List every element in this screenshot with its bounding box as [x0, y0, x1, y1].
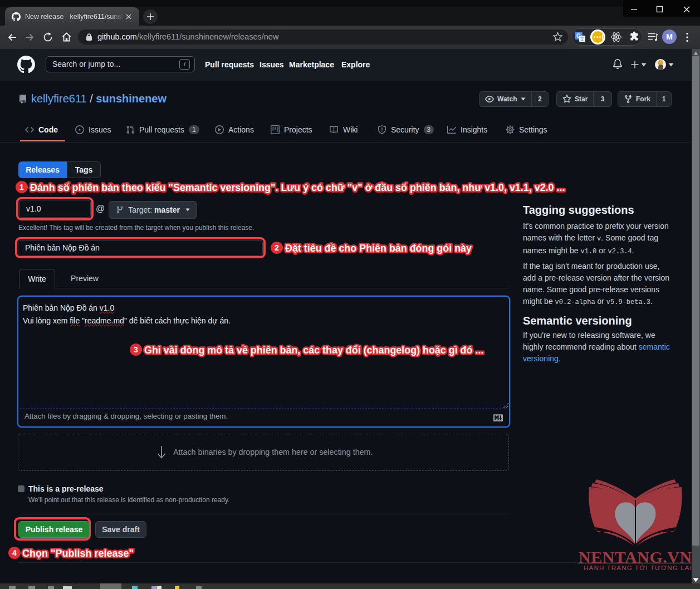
svg-text:Đặt tiêu đề cho Phiên bản đóng: Đặt tiêu đề cho Phiên bản đóng gói này	[285, 243, 472, 254]
svg-text:Ghi vài dòng mô tả về phiên bả: Ghi vài dòng mô tả về phiên bản, các tha…	[144, 345, 483, 356]
svg-text:文: 文	[580, 36, 585, 42]
svg-text:Chọn "Publish release": Chọn "Publish release"	[22, 548, 134, 559]
svg-text:Đánh số phiên bản theo kiểu "S: Đánh số phiên bản theo kiểu "Semantic ve…	[30, 182, 565, 193]
